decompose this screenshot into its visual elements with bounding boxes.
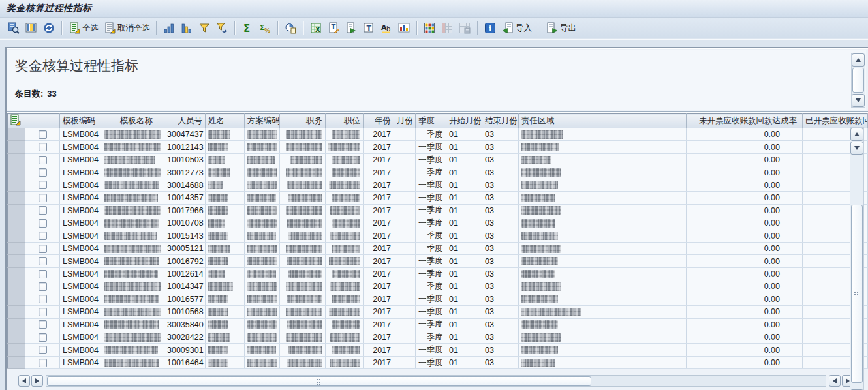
- refresh-button[interactable]: [41, 20, 57, 36]
- col-header-scheme_code[interactable]: 方案编码: [245, 114, 280, 128]
- header-scroll-down-button[interactable]: [852, 94, 865, 107]
- col-header-duty[interactable]: 职务: [280, 114, 326, 128]
- row-checkbox[interactable]: [39, 168, 47, 177]
- row-selector[interactable]: [8, 267, 25, 280]
- row-selector[interactable]: [8, 192, 25, 204]
- row-checkbox[interactable]: [39, 181, 47, 189]
- redacted-area: [521, 333, 561, 342]
- print-preview-button[interactable]: [283, 20, 298, 36]
- grid-vscrollbar-track[interactable]: [850, 127, 864, 390]
- excel-button[interactable]: X: [308, 20, 324, 36]
- col-header-quarter[interactable]: 季度: [416, 114, 446, 128]
- row-selector[interactable]: [8, 153, 25, 166]
- sort-asc-button[interactable]: [161, 20, 177, 36]
- graphic-button[interactable]: [396, 20, 412, 36]
- header-scroll-up-button[interactable]: [852, 53, 865, 67]
- row-selector[interactable]: [8, 128, 25, 141]
- row-checkbox[interactable]: [39, 143, 47, 151]
- col-header-checkbox[interactable]: [25, 114, 60, 128]
- export-button[interactable]: 导出: [544, 20, 578, 36]
- row-checkbox[interactable]: [39, 320, 47, 329]
- grid-vscrollbar-thumb[interactable]: [851, 205, 863, 383]
- sort-desc-button[interactable]: [179, 20, 194, 36]
- row-checkbox[interactable]: [39, 156, 47, 164]
- grid-hscrollbar-track[interactable]: [46, 375, 826, 387]
- redacted-area: [521, 257, 558, 265]
- row-checkbox[interactable]: [39, 206, 47, 215]
- row-checkbox[interactable]: [39, 346, 47, 354]
- row-checkbox[interactable]: [39, 232, 47, 240]
- cell-personnel_no: 10010568: [164, 306, 206, 318]
- col-header-template_name[interactable]: 模板名称: [117, 114, 164, 128]
- row-selector[interactable]: [8, 204, 25, 217]
- col-header-template_code[interactable]: 模板编码: [60, 114, 117, 128]
- row-selector[interactable]: [8, 230, 25, 242]
- row-selector[interactable]: [8, 242, 25, 254]
- word-button[interactable]: T: [326, 20, 341, 36]
- row-checkbox[interactable]: [39, 194, 47, 202]
- row-selector[interactable]: [8, 280, 25, 293]
- cell-quarter: 一季度: [416, 306, 446, 318]
- col-header-month[interactable]: 月份: [394, 114, 416, 128]
- grid-scroll-right-button[interactable]: [31, 375, 43, 387]
- layout-button[interactable]: [23, 20, 39, 36]
- row-selector[interactable]: [8, 293, 25, 305]
- row-selector[interactable]: [8, 141, 25, 153]
- row-selector[interactable]: [8, 318, 25, 331]
- import-button[interactable]: 导入: [500, 20, 533, 36]
- text-view-button[interactable]: T: [361, 20, 377, 36]
- filter-button[interactable]: [196, 20, 212, 36]
- col-header-end_month[interactable]: 结束月份: [482, 114, 519, 128]
- grid-remove-icon: [441, 22, 454, 35]
- col-header-personnel_no[interactable]: 人员号: [164, 114, 206, 128]
- row-checkbox[interactable]: [39, 257, 47, 265]
- grid-hscrollbar-thumb[interactable]: [47, 376, 591, 386]
- cell-personnel_no: 30009301: [164, 344, 206, 356]
- subtotal-button[interactable]: Σ%: [257, 20, 273, 36]
- row-checkbox[interactable]: [39, 270, 47, 278]
- row-checkbox[interactable]: [39, 308, 47, 316]
- col-header-name[interactable]: 姓名: [206, 114, 245, 128]
- select-all-grid-icon[interactable]: [9, 119, 21, 128]
- row-checkbox[interactable]: [39, 359, 47, 367]
- row-selector[interactable]: [8, 331, 25, 344]
- local-file-button[interactable]: [343, 20, 359, 36]
- row-selector[interactable]: [8, 344, 25, 356]
- select-all-button[interactable]: 全选: [67, 20, 100, 36]
- grid-scroll-left-button[interactable]: [18, 375, 30, 387]
- row-checkbox[interactable]: [39, 130, 47, 139]
- grid-layout-button[interactable]: [422, 20, 437, 36]
- redacted-name: [208, 232, 228, 240]
- header-vscrollbar-track[interactable]: [851, 53, 865, 108]
- delete-filter-button[interactable]: [214, 20, 230, 36]
- entries-count-line: 条目数:33: [15, 88, 57, 100]
- grid-scroll-down-button[interactable]: [850, 142, 863, 155]
- row-selector[interactable]: [8, 217, 25, 230]
- cell-month: [394, 255, 416, 267]
- row-selector[interactable]: [8, 179, 25, 191]
- row-checkbox[interactable]: [39, 333, 47, 342]
- row-checkbox[interactable]: [39, 219, 47, 228]
- col-header-rate[interactable]: 未开票应收账款回款达成率: [687, 114, 803, 128]
- col-header-sel[interactable]: [8, 114, 25, 128]
- find-button[interactable]: [6, 20, 22, 36]
- col-header-invoiced[interactable]: 已开票应收账款回款: [803, 114, 868, 128]
- row-checkbox[interactable]: [39, 245, 47, 253]
- col-header-position[interactable]: 职位: [326, 114, 364, 128]
- info-button[interactable]: i: [482, 20, 498, 36]
- row-selector[interactable]: [8, 306, 25, 318]
- row-checkbox[interactable]: [39, 295, 47, 303]
- grid-scroll-left-button-right[interactable]: [829, 375, 841, 387]
- row-selector[interactable]: [8, 356, 25, 368]
- header-vscrollbar-thumb[interactable]: [852, 68, 864, 93]
- col-header-year[interactable]: 年份: [364, 114, 394, 128]
- row-selector[interactable]: [8, 166, 25, 179]
- col-header-area[interactable]: 责任区域: [519, 114, 687, 128]
- col-header-start_month[interactable]: 开始月份: [446, 114, 482, 128]
- abc-button[interactable]: Ab: [379, 20, 394, 36]
- row-checkbox[interactable]: [39, 282, 47, 291]
- deselect-all-button[interactable]: 取消全选: [102, 20, 151, 36]
- grid-scroll-up-button[interactable]: [850, 128, 863, 141]
- sum-button[interactable]: Σ: [240, 20, 255, 36]
- row-selector[interactable]: [8, 255, 25, 267]
